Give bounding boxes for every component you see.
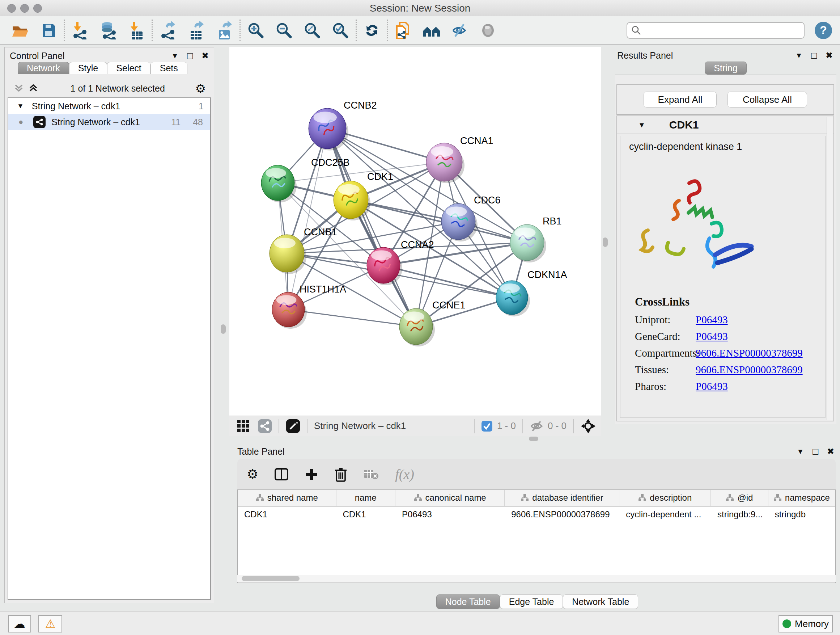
tab-node-table[interactable]: Node Table — [436, 594, 500, 609]
node-label-CDC25B: CDC25B — [311, 157, 350, 168]
tab-network-table[interactable]: Network Table — [563, 594, 638, 609]
zoom-out-icon[interactable] — [275, 21, 294, 40]
panel-float-icon[interactable]: □ — [811, 52, 817, 59]
results-scrollbar[interactable] — [827, 117, 833, 420]
expand-all-networks-icon[interactable] — [13, 83, 26, 94]
function-builder-icon[interactable]: f(x) — [395, 466, 414, 482]
zoom-in-icon[interactable] — [246, 21, 265, 40]
apply-layout-icon[interactable] — [363, 21, 381, 40]
panel-close-icon[interactable]: ✖ — [826, 50, 833, 60]
birdseye-navigator-icon[interactable] — [580, 418, 596, 434]
save-session-icon[interactable] — [39, 21, 58, 40]
string-network-graph[interactable]: CCNB2CCNA1CDC25BCDK1CDC6RB1CCNB1CCNA2CDK… — [229, 47, 601, 416]
zoom-selected-icon[interactable] — [331, 21, 350, 40]
section-disclosure-icon[interactable]: ▼ — [638, 121, 645, 129]
tab-sets[interactable]: Sets — [150, 62, 187, 74]
new-network-from-selection-icon[interactable] — [394, 21, 413, 40]
table-options-gear-icon[interactable]: ⚙ — [247, 467, 258, 482]
network-view-type-icon[interactable] — [257, 419, 272, 433]
collapse-all-button[interactable]: Collapse All — [728, 92, 807, 108]
zoom-fit-icon[interactable] — [303, 21, 322, 40]
table-hscrollbar-thumb[interactable] — [242, 576, 300, 581]
tab-network[interactable]: Network — [18, 62, 69, 74]
panel-menu-icon[interactable]: ▼ — [171, 52, 178, 60]
column-header-shared-name[interactable]: shared name — [238, 490, 336, 506]
open-session-icon[interactable] — [11, 21, 30, 40]
crosslink-link[interactable]: P06493 — [696, 331, 728, 342]
panel-float-icon[interactable]: □ — [187, 52, 193, 59]
tab-string[interactable]: String — [705, 62, 746, 74]
collection-disclosure-icon[interactable]: ▼ — [17, 102, 24, 110]
network-row-selected[interactable]: ● String Network – cdk1 11 48 — [8, 114, 210, 130]
crosslinks-title: CrossLinks — [635, 295, 818, 309]
crosslink-link[interactable]: P06493 — [696, 314, 728, 326]
column-header-description[interactable]: description — [619, 490, 711, 506]
column-header-canonical-name[interactable]: canonical name — [395, 490, 505, 506]
right-splitter-handle[interactable] — [603, 238, 608, 247]
column-header-namespace[interactable]: namespace — [768, 490, 835, 506]
ribbon-segment — [642, 230, 653, 251]
panel-menu-icon[interactable]: ▼ — [797, 448, 804, 456]
panel-menu-icon[interactable]: ▼ — [795, 51, 802, 60]
network-options-gear-icon[interactable]: ⚙ — [195, 81, 206, 96]
table-cell[interactable]: CDK1 — [238, 507, 336, 523]
crosslink-link[interactable]: P06493 — [696, 380, 728, 393]
tab-style[interactable]: Style — [69, 62, 107, 74]
table-cell[interactable]: 9606.ENSP00000378699 — [505, 507, 619, 523]
first-neighbors-icon[interactable] — [422, 21, 441, 40]
memory-button[interactable]: Memory — [778, 615, 833, 632]
edge-CCNB2-HIST1H1A[interactable] — [288, 128, 327, 310]
export-table-icon[interactable] — [187, 21, 205, 40]
delete-column-icon[interactable] — [334, 467, 347, 482]
help-icon[interactable]: ? — [815, 22, 832, 39]
create-column-icon[interactable] — [305, 467, 318, 481]
crosslink-link[interactable]: 9606.ENSP00000378699 — [696, 347, 803, 359]
column-header-database-identifier[interactable]: database identifier — [505, 490, 619, 506]
network-collection-row[interactable]: ▼ String Network – cdk1 1 — [8, 98, 210, 114]
hide-selected-icon[interactable] — [450, 21, 469, 40]
results-panel: Results Panel ▼ □ ✖ String Expand All Co… — [615, 47, 836, 424]
collapse-all-networks-icon[interactable] — [28, 83, 40, 94]
import-network-file-icon[interactable] — [71, 21, 89, 40]
hidden-eye-icon[interactable] — [530, 420, 544, 432]
export-image-icon[interactable] — [215, 21, 234, 40]
delete-table-icon[interactable] — [363, 468, 379, 481]
tab-select[interactable]: Select — [107, 62, 150, 74]
import-network-database-icon[interactable] — [99, 21, 118, 40]
show-columns-icon[interactable] — [274, 467, 289, 481]
node-attribute-table[interactable]: shared namenamecanonical namedatabase id… — [237, 489, 836, 583]
node-section-header[interactable]: ▼ CDK1 — [617, 116, 834, 134]
node-section-name: CDK1 — [669, 119, 699, 131]
selected-checkbox-icon[interactable] — [481, 420, 493, 432]
search-input[interactable] — [627, 22, 805, 39]
table-cell[interactable]: P06493 — [395, 507, 505, 523]
warnings-button[interactable]: ⚠ — [38, 615, 62, 632]
cloud-status-button[interactable]: ☁ — [8, 615, 31, 632]
crosslink-link[interactable]: 9606.ENSP00000378699 — [696, 364, 803, 376]
expand-all-button[interactable]: Expand All — [644, 92, 717, 108]
table-cell[interactable]: stringdb:9... — [711, 507, 768, 523]
show-all-icon[interactable] — [478, 21, 497, 40]
table-cell[interactable]: stringdb — [768, 507, 835, 523]
detach-view-icon[interactable] — [286, 419, 300, 433]
table-cell[interactable]: CDK1 — [336, 507, 396, 523]
network-view-canvas[interactable]: CCNB2CCNA1CDC25BCDK1CDC6RB1CCNB1CCNA2CDK… — [229, 47, 601, 416]
bottom-splitter-handle[interactable] — [529, 437, 538, 441]
column-header-name[interactable]: name — [336, 490, 396, 506]
export-network-icon[interactable] — [158, 21, 177, 40]
table-hscrollbar[interactable] — [237, 575, 836, 582]
node-gloss — [500, 283, 520, 293]
panel-close-icon[interactable]: ✖ — [827, 447, 834, 456]
memory-status-dot — [783, 619, 791, 628]
edge-HIST1H1A-CCNE1[interactable] — [288, 310, 416, 326]
left-splitter-handle[interactable] — [221, 325, 226, 334]
column-header-@id[interactable]: @id — [711, 490, 768, 506]
import-table-file-icon[interactable] — [127, 21, 146, 40]
grid-view-icon[interactable] — [237, 419, 250, 433]
tab-edge-table[interactable]: Edge Table — [500, 594, 563, 609]
panel-close-icon[interactable]: ✖ — [202, 51, 209, 61]
panel-float-icon[interactable]: □ — [813, 448, 818, 455]
column-header-label: database identifier — [532, 493, 603, 503]
table-row[interactable]: CDK1CDK1P064939606.ENSP00000378699cyclin… — [238, 507, 835, 523]
table-cell[interactable]: cyclin-dependent ... — [619, 507, 711, 523]
